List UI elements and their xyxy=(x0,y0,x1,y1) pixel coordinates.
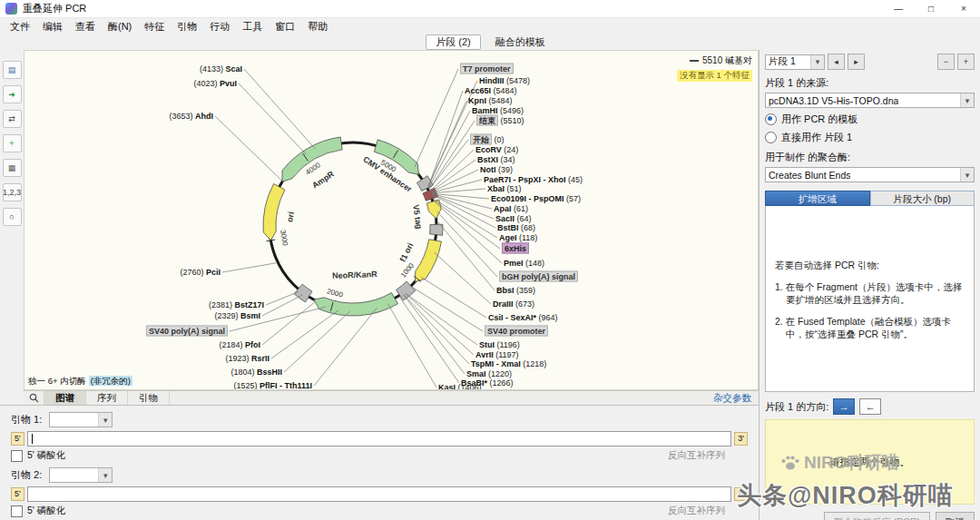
primer-panel: 引物 1: 5' 3' 5' 磷酸化 反向互补序列 引物 2: 5' 3' 5'… xyxy=(0,405,759,520)
menu-item-file[interactable]: 文件 xyxy=(4,20,36,34)
map-label-bstbi[interactable]: BstBI (68) xyxy=(497,223,535,233)
map-label-pmei[interactable]: PmeI (148) xyxy=(504,259,544,269)
feature-label-ori: ori xyxy=(285,211,296,222)
prev-fragment-button[interactable]: ◂ xyxy=(828,54,845,70)
map-label-bstz17i[interactable]: (2381) BstZ17I xyxy=(209,300,264,310)
close-icon[interactable]: × xyxy=(947,0,980,17)
radio-use-directly[interactable]: 直接用作 片段 1 xyxy=(765,131,975,144)
map-label-apai[interactable]: ApaI (61) xyxy=(494,204,528,214)
menu-item-view[interactable]: 查看 xyxy=(69,20,102,34)
map-label-eco0109i-pspomi[interactable]: Eco0109I - PspOMI (57) xyxy=(491,194,581,204)
primer1-phosphorylated-checkbox[interactable] xyxy=(11,450,23,462)
primer1-5prime-label: 5' xyxy=(11,432,24,446)
map-label-agei[interactable]: AgeI (118) xyxy=(499,233,537,243)
map-label-bbsi[interactable]: BbsI (359) xyxy=(496,286,535,296)
primer1-sequence-input[interactable] xyxy=(27,431,732,446)
map-label-hindiii[interactable]: HindIII (5478) xyxy=(479,76,530,86)
window-title: 重叠延伸 PCR xyxy=(23,2,86,15)
cancel-button[interactable]: 取消 xyxy=(936,512,975,520)
map-label-draiii[interactable]: DraIII (673) xyxy=(493,299,534,309)
instructions-step-1: 1. 在每个 Fragment（片段）选项卡中，选择要扩增的区域并且选择方向。 xyxy=(775,280,965,306)
remove-fragment-button[interactable]: − xyxy=(937,54,955,70)
fragment-subtabs: 扩增区域 片段大小 (bp) xyxy=(765,191,975,206)
hidden-features-badge[interactable]: 没有显示 1 个特征 xyxy=(677,70,752,82)
feature-label-f1-ori: f1 ori xyxy=(398,241,416,263)
next-fragment-button[interactable]: ▸ xyxy=(848,54,865,70)
tab-fragment-size[interactable]: 片段大小 (bp) xyxy=(870,191,975,206)
map-label-t7-promoter[interactable]: T7 promoter xyxy=(460,64,514,74)
radio-template-icon[interactable] xyxy=(765,113,777,125)
menu-item-features[interactable]: 特征 xyxy=(138,20,171,34)
map-label-xbai[interactable]: XbaI (51) xyxy=(487,184,522,194)
add-remove-icon[interactable]: + xyxy=(3,134,22,152)
direction-forward-button[interactable]: → xyxy=(833,398,855,415)
circular-view-icon[interactable]: ○ xyxy=(3,208,22,226)
pcr-button[interactable]: 聚合酶链反应 (PCR) xyxy=(824,512,930,520)
map-label-bsmi[interactable]: (2329) BsmI xyxy=(214,311,260,321)
primer2-phosphorylated-checkbox[interactable] xyxy=(11,505,23,517)
map-bottom-bar: 图谱 序列 引物 杂交参数 xyxy=(24,390,759,405)
map-label-pvui[interactable]: (4023) PvuI xyxy=(193,79,237,89)
direction-reverse-button[interactable]: ← xyxy=(859,398,881,415)
map-label-noti[interactable]: NotI (39) xyxy=(480,165,513,175)
tick-label-2000: 2000 xyxy=(327,288,344,299)
menu-item-help[interactable]: 帮助 xyxy=(301,20,334,34)
tab-map[interactable]: 图谱 xyxy=(44,391,86,405)
primer1-revcomp-label[interactable]: 反向互补序列 xyxy=(668,449,725,462)
primer1-label: 引物 1: xyxy=(11,413,42,427)
map-label-kpni[interactable]: KpnI (5484) xyxy=(468,96,513,106)
source-select[interactable]: pcDNA3.1D V5-His-TOPO.dna xyxy=(765,93,975,108)
map-label-ecorv[interactable]: EcoRV (24) xyxy=(475,145,518,155)
fragment-select[interactable]: 片段 1 xyxy=(765,54,825,70)
radio-direct-icon[interactable] xyxy=(765,132,777,143)
map-label-pcii[interactable]: (2760) PciI xyxy=(180,268,220,278)
hybridization-params-link[interactable]: 杂交参数 xyxy=(713,392,751,405)
map-label-kasi[interactable]: KasI (1406) xyxy=(438,383,482,391)
map-label-sv40-poly-a-signal[interactable]: SV40 poly(A) signal xyxy=(146,327,228,337)
primer1-select[interactable] xyxy=(49,412,113,427)
export-arrow-icon[interactable]: ➜ xyxy=(3,85,22,103)
numbering-icon[interactable]: 1,2,3 xyxy=(3,183,22,201)
map-label-site-0[interactable]: 开始 (0) xyxy=(470,135,505,145)
map-label-stui[interactable]: StuI (1196) xyxy=(479,340,520,350)
map-label-bstxi[interactable]: BstXI (34) xyxy=(477,155,515,165)
menu-item-edit[interactable]: 编辑 xyxy=(36,20,69,34)
map-label-6xhis[interactable]: 6xHis xyxy=(502,244,529,254)
tab-sequence[interactable]: 序列 xyxy=(86,391,128,405)
pattern-icon[interactable]: ▦ xyxy=(3,159,22,177)
map-label-bsshii[interactable]: (1804) BssHII xyxy=(230,368,282,378)
primer2-sequence-input[interactable] xyxy=(27,486,732,502)
primer2-select[interactable] xyxy=(49,467,113,483)
edit-map-icon[interactable]: ▤ xyxy=(3,61,22,79)
map-label-bgh-poly-a-signal[interactable]: bGH poly(A) signal xyxy=(499,272,578,282)
menu-item-tools[interactable]: 工具 xyxy=(236,20,269,34)
menu-item-window[interactable]: 窗口 xyxy=(269,20,301,34)
menu-item-primers[interactable]: 引物 xyxy=(171,20,203,34)
add-fragment-button[interactable]: + xyxy=(957,54,975,70)
search-icon[interactable] xyxy=(24,391,44,405)
menu-item-enzymes[interactable]: 酶(N) xyxy=(102,20,138,34)
primer2-revcomp-label[interactable]: 反向互补序列 xyxy=(668,505,725,517)
map-label-ahdi[interactable]: (3653) AhdI xyxy=(169,112,213,122)
tab-fragments[interactable]: 片段 (2) xyxy=(426,34,481,50)
map-label-pfoi[interactable]: (2184) PfoI xyxy=(219,340,260,350)
minimize-icon[interactable]: — xyxy=(882,0,915,17)
tab-amplified-region[interactable]: 扩增区域 xyxy=(765,191,870,206)
menu-item-actions[interactable]: 行动 xyxy=(203,20,236,34)
map-label-sv40-promoter[interactable]: SV40 promoter xyxy=(485,327,548,337)
radio-use-as-template[interactable]: 用作 PCR 的模板 xyxy=(765,113,975,126)
map-label-rsrii[interactable]: (1923) RsrII xyxy=(225,354,270,364)
polymerase-select[interactable]: Creates Blunt Ends xyxy=(765,167,975,182)
instructions-title: 若要自动选择 PCR 引物: xyxy=(775,259,965,271)
map-label-scai[interactable]: (4133) ScaI xyxy=(200,64,242,74)
map-label-tspmi-xmai[interactable]: TspMI - XmaI (1218) xyxy=(471,359,546,369)
tick-label-4000: 4000 xyxy=(304,161,322,177)
map-label-acc65i[interactable]: Acc65I (5484) xyxy=(465,86,517,96)
map-label-site-5510[interactable]: 结束 (5510) xyxy=(476,116,524,126)
tab-fused-template[interactable]: 融合的模板 xyxy=(486,35,554,49)
align-icon[interactable]: ⇄ xyxy=(3,110,22,128)
maximize-icon[interactable]: □ xyxy=(915,0,947,17)
tab-primers[interactable]: 引物 xyxy=(128,391,170,405)
map-label-csii-sexai[interactable]: CsiI - SexAI* (964) xyxy=(488,313,558,323)
map-label-pflfi-tth111i[interactable]: (1525) PflFI - Tth111I xyxy=(233,381,312,391)
